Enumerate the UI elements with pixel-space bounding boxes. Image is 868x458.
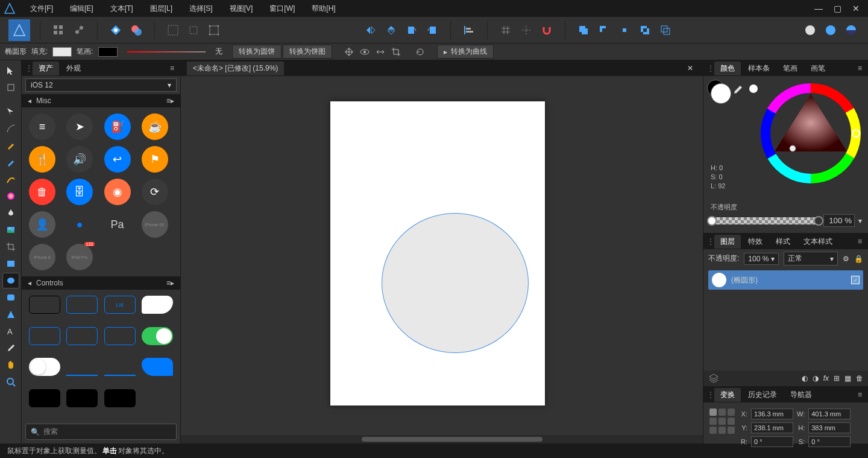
transform-h-input[interactable] — [808, 422, 851, 433]
tab-textstyles[interactable]: 文本样式 — [797, 235, 838, 249]
pencil-tool-icon[interactable] — [2, 138, 19, 153]
persona-pixel-icon[interactable] — [822, 22, 839, 39]
asset-search-input[interactable]: 🔍 搜索 — [25, 424, 177, 440]
asset-sound-icon[interactable]: 🔊 — [66, 146, 93, 173]
persona-export-icon[interactable] — [843, 22, 860, 39]
add-layer-icon[interactable]: ⊞ — [834, 374, 840, 383]
move-tool-icon[interactable] — [2, 63, 19, 78]
asset-flag-icon[interactable]: ⚑ — [142, 146, 168, 173]
flip-horizontal-icon[interactable] — [362, 22, 379, 39]
layers-panel-menu-icon[interactable]: ≡ — [855, 237, 864, 246]
menu-file[interactable]: 文件[F] — [22, 0, 61, 17]
snap-guides-icon[interactable] — [518, 22, 535, 39]
convert-donut-button[interactable]: 转换为圆饼 — [232, 45, 281, 59]
transparency-tool-icon[interactable] — [2, 205, 19, 221]
menu-text[interactable]: 文本[T] — [102, 0, 142, 17]
selection-transform-icon[interactable] — [206, 22, 222, 39]
category-controls-menu-icon[interactable]: ≡▸ — [166, 279, 174, 287]
asset-ipad-pro-icon[interactable]: 123iPad Pro — [66, 244, 93, 270]
artboard-tool-icon[interactable] — [2, 80, 19, 95]
image-tool-icon[interactable] — [2, 222, 19, 238]
layer-row-ellipse[interactable]: (椭圆形) ✓ — [708, 270, 863, 290]
group-icon[interactable]: ▦ — [844, 374, 851, 383]
ctrl-button-outline[interactable] — [66, 296, 98, 314]
transform-panel-menu-icon[interactable]: ≡ — [855, 390, 864, 399]
anchor-grid[interactable] — [709, 409, 735, 447]
rotate-ccw-icon[interactable] — [403, 22, 420, 39]
transform-x-input[interactable] — [751, 409, 793, 419]
opacity-slider[interactable] — [711, 217, 820, 224]
ctrl-button-dark[interactable] — [29, 296, 60, 314]
panel-grip-icon[interactable]: ⋮⋮ — [707, 390, 713, 399]
asset-trash-icon[interactable]: 🗑 — [29, 179, 55, 205]
tab-brush[interactable]: 画笔 — [805, 62, 831, 75]
hand-tool-icon[interactable] — [2, 357, 19, 373]
grid-view-icon[interactable] — [50, 22, 67, 39]
convert-curve-button[interactable]: ▸转换为曲线 — [437, 45, 494, 59]
boolean-intersect-icon[interactable] — [616, 22, 633, 39]
rounded-rect-tool-icon[interactable] — [2, 290, 19, 305]
ctrl-toggle-off[interactable] — [29, 358, 60, 376]
tab-fx[interactable]: 特效 — [742, 235, 769, 249]
menu-layer[interactable]: 图层[L] — [142, 0, 181, 17]
boolean-add-icon[interactable] — [575, 22, 592, 39]
panel-menu-icon[interactable]: ≡ — [168, 64, 177, 72]
ctrl-input-1[interactable] — [29, 327, 60, 345]
visibility-icon[interactable] — [357, 45, 372, 59]
ctrl-toggle-on[interactable] — [142, 327, 173, 345]
asset-avatar-icon[interactable]: 👤 — [29, 211, 55, 238]
horizontal-scrollbar[interactable] — [181, 435, 703, 444]
artboard[interactable] — [330, 101, 545, 406]
ctrl-dark-3[interactable] — [104, 389, 136, 407]
category-misc-header[interactable]: ◂Misc ≡▸ — [22, 94, 180, 107]
tab-history[interactable]: 历史记录 — [742, 388, 783, 402]
ctrl-button-label[interactable]: Lat — [104, 296, 136, 314]
category-menu-icon[interactable]: ≡▸ — [166, 97, 174, 105]
menu-help[interactable]: 帮助[H] — [303, 0, 344, 17]
asset-applepay-icon[interactable]: Pa — [104, 211, 131, 238]
flip-vertical-icon[interactable] — [383, 22, 400, 39]
rotate-cw-icon[interactable] — [424, 22, 441, 39]
stroke-swatch[interactable] — [98, 47, 118, 57]
boolean-divide-icon[interactable] — [657, 22, 674, 39]
maximize-button[interactable]: ▢ — [834, 4, 841, 13]
link-icon[interactable] — [71, 22, 87, 39]
paint-tool-icon[interactable] — [2, 171, 19, 187]
tab-navigator[interactable]: 导航器 — [784, 388, 818, 402]
transform-y-input[interactable] — [751, 422, 793, 433]
asset-coffee-icon[interactable]: ☕ — [142, 113, 168, 140]
asset-list-icon[interactable]: ≡ — [29, 113, 55, 140]
tab-color[interactable]: 颜色 — [714, 62, 741, 75]
close-window-button[interactable]: ✕ — [852, 4, 860, 13]
eyedropper-icon[interactable] — [732, 84, 744, 97]
tab-layers[interactable]: 图层 — [714, 235, 741, 249]
ellipse-tool-icon[interactable] — [2, 273, 19, 288]
ctrl-bubble[interactable] — [142, 296, 173, 314]
boolean-subtract-icon[interactable] — [596, 22, 612, 39]
pen-tool-icon[interactable] — [2, 121, 19, 136]
fx-icon[interactable]: fx — [823, 374, 829, 383]
snap-grid-icon[interactable] — [497, 22, 514, 39]
close-document-icon[interactable]: ✕ — [684, 64, 697, 72]
adjustment-icon[interactable]: ◑ — [813, 374, 819, 383]
panel-grip-icon[interactable]: ⋮⋮ — [707, 237, 713, 246]
crop-icon[interactable] — [389, 45, 403, 59]
menu-edit[interactable]: 编辑[E] — [61, 0, 102, 17]
selection-grid-icon[interactable] — [165, 22, 181, 39]
brush-tool-icon[interactable] — [2, 154, 19, 170]
document-tab[interactable]: <未命名> [已修改] (15.9%) — [187, 62, 284, 75]
triangle-tool-icon[interactable] — [2, 307, 19, 322]
asset-archive-icon[interactable]: 🗄 — [66, 179, 93, 205]
tab-assets[interactable]: 资产 — [33, 62, 59, 75]
tab-swatches[interactable]: 样本条 — [742, 62, 776, 75]
fill-swatch[interactable] — [52, 47, 72, 57]
canvas[interactable] — [181, 76, 703, 435]
blend-mode-dropdown[interactable]: 正常▾ — [784, 252, 838, 266]
tab-styles[interactable]: 样式 — [770, 235, 796, 249]
category-controls-header[interactable]: ◂Controls ≡▸ — [22, 276, 180, 290]
transform-w-input[interactable] — [808, 409, 851, 419]
gear-icon[interactable]: ⚙ — [843, 255, 849, 263]
origin-icon[interactable] — [342, 45, 356, 59]
minimize-button[interactable]: — — [814, 4, 823, 13]
asset-preset-dropdown[interactable]: iOS 12▾ — [25, 78, 177, 92]
